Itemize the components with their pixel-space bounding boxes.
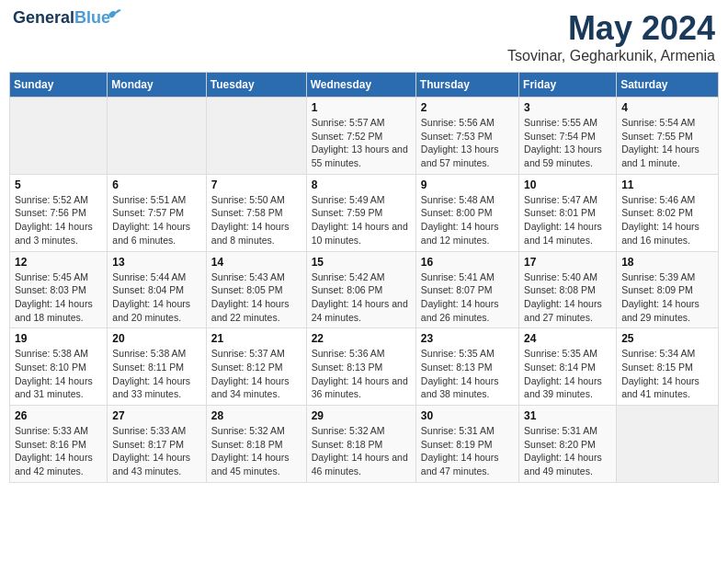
sunrise-label: Sunrise: 5:34 AM	[621, 348, 695, 359]
table-row: 8 Sunrise: 5:49 AM Sunset: 7:59 PM Dayli…	[306, 174, 415, 251]
sunset-label: Sunset: 8:13 PM	[421, 362, 493, 373]
day-info: Sunrise: 5:47 AM Sunset: 8:01 PM Dayligh…	[524, 193, 611, 247]
day-number: 24	[524, 332, 611, 345]
day-info: Sunrise: 5:33 AM Sunset: 8:17 PM Dayligh…	[112, 424, 200, 478]
sunset-label: Sunset: 8:15 PM	[621, 362, 693, 373]
sunset-label: Sunset: 8:17 PM	[112, 439, 184, 450]
day-info: Sunrise: 5:34 AM Sunset: 8:15 PM Dayligh…	[621, 347, 713, 401]
day-number: 20	[112, 332, 200, 345]
day-number: 25	[621, 332, 713, 345]
table-row: 21 Sunrise: 5:37 AM Sunset: 8:12 PM Dayl…	[206, 328, 306, 406]
sunset-label: Sunset: 8:07 PM	[421, 284, 493, 295]
table-row: 9 Sunrise: 5:48 AM Sunset: 8:00 PM Dayli…	[415, 174, 518, 251]
table-row: 27 Sunrise: 5:33 AM Sunset: 8:17 PM Dayl…	[108, 406, 206, 483]
table-row: 26 Sunrise: 5:33 AM Sunset: 8:16 PM Dayl…	[10, 406, 108, 483]
sunrise-label: Sunrise: 5:42 AM	[312, 271, 385, 282]
sunset-label: Sunset: 7:57 PM	[112, 207, 184, 218]
day-info: Sunrise: 5:43 AM Sunset: 8:05 PM Dayligh…	[211, 270, 301, 325]
sunset-label: Sunset: 8:14 PM	[524, 362, 596, 373]
day-number: 6	[112, 178, 200, 191]
daylight-label: Daylight: 14 hours and 29 minutes.	[621, 298, 700, 323]
sunrise-label: Sunrise: 5:33 AM	[112, 425, 186, 436]
sunrise-label: Sunrise: 5:41 AM	[421, 271, 495, 282]
sunrise-label: Sunrise: 5:55 AM	[524, 117, 597, 128]
day-info: Sunrise: 5:56 AM Sunset: 7:53 PM Dayligh…	[421, 116, 514, 170]
sunset-label: Sunset: 7:56 PM	[15, 207, 86, 218]
daylight-label: Daylight: 14 hours and 49 minutes.	[524, 452, 602, 477]
table-row: 31 Sunrise: 5:31 AM Sunset: 8:20 PM Dayl…	[519, 406, 617, 483]
day-number: 4	[621, 101, 713, 114]
sunset-label: Sunset: 7:53 PM	[421, 131, 493, 142]
day-number: 12	[15, 256, 102, 269]
sunset-label: Sunset: 8:11 PM	[112, 362, 184, 373]
daylight-label: Daylight: 14 hours and 42 minutes.	[15, 452, 93, 477]
sunrise-label: Sunrise: 5:35 AM	[421, 348, 495, 359]
sunset-label: Sunset: 8:12 PM	[211, 362, 283, 373]
table-row: 10 Sunrise: 5:47 AM Sunset: 8:01 PM Dayl…	[519, 174, 617, 251]
day-number: 16	[421, 256, 514, 269]
day-number: 7	[211, 178, 301, 191]
day-info: Sunrise: 5:31 AM Sunset: 8:19 PM Dayligh…	[421, 424, 514, 478]
day-info: Sunrise: 5:32 AM Sunset: 8:18 PM Dayligh…	[211, 424, 301, 478]
sunset-label: Sunset: 8:08 PM	[524, 284, 596, 295]
calendar-week-row: 12 Sunrise: 5:45 AM Sunset: 8:03 PM Dayl…	[10, 251, 719, 328]
logo: GeneralBlue	[13, 9, 110, 28]
sunrise-label: Sunrise: 5:31 AM	[421, 425, 495, 436]
sunrise-label: Sunrise: 5:36 AM	[312, 348, 385, 359]
day-info: Sunrise: 5:45 AM Sunset: 8:03 PM Dayligh…	[15, 270, 102, 325]
day-number: 29	[312, 409, 411, 422]
day-number: 8	[312, 178, 411, 191]
day-info: Sunrise: 5:32 AM Sunset: 8:18 PM Dayligh…	[312, 424, 411, 478]
daylight-label: Daylight: 14 hours and 20 minutes.	[112, 298, 190, 323]
table-row: 29 Sunrise: 5:32 AM Sunset: 8:18 PM Dayl…	[306, 406, 415, 483]
day-info: Sunrise: 5:38 AM Sunset: 8:11 PM Dayligh…	[112, 347, 200, 401]
daylight-label: Daylight: 14 hours and 8 minutes.	[211, 221, 290, 246]
day-number: 23	[421, 332, 514, 345]
sunrise-label: Sunrise: 5:46 AM	[621, 194, 695, 205]
day-number: 22	[312, 332, 411, 345]
daylight-label: Daylight: 13 hours and 57 minutes.	[421, 144, 499, 168]
sunrise-label: Sunrise: 5:40 AM	[524, 271, 597, 282]
day-number: 1	[312, 101, 411, 114]
sunrise-label: Sunrise: 5:56 AM	[421, 117, 495, 128]
table-row: 5 Sunrise: 5:52 AM Sunset: 7:56 PM Dayli…	[10, 174, 108, 251]
daylight-label: Daylight: 14 hours and 33 minutes.	[112, 375, 190, 400]
day-number: 19	[15, 332, 102, 345]
day-info: Sunrise: 5:39 AM Sunset: 8:09 PM Dayligh…	[621, 270, 713, 325]
calendar-week-row: 5 Sunrise: 5:52 AM Sunset: 7:56 PM Dayli…	[10, 174, 719, 251]
table-row	[617, 406, 719, 483]
day-info: Sunrise: 5:35 AM Sunset: 8:13 PM Dayligh…	[421, 347, 514, 401]
day-number: 21	[211, 332, 301, 345]
table-row: 16 Sunrise: 5:41 AM Sunset: 8:07 PM Dayl…	[415, 251, 518, 328]
table-row: 12 Sunrise: 5:45 AM Sunset: 8:03 PM Dayl…	[10, 251, 108, 328]
day-info: Sunrise: 5:54 AM Sunset: 7:55 PM Dayligh…	[621, 116, 713, 170]
sunset-label: Sunset: 8:03 PM	[15, 284, 86, 295]
day-info: Sunrise: 5:50 AM Sunset: 7:58 PM Dayligh…	[211, 193, 301, 247]
day-number: 31	[524, 409, 611, 422]
sunrise-label: Sunrise: 5:32 AM	[211, 425, 285, 436]
sunrise-label: Sunrise: 5:48 AM	[421, 194, 495, 205]
table-row	[108, 98, 206, 175]
table-row: 7 Sunrise: 5:50 AM Sunset: 7:58 PM Dayli…	[206, 174, 306, 251]
daylight-label: Daylight: 14 hours and 26 minutes.	[421, 298, 499, 323]
daylight-label: Daylight: 14 hours and 3 minutes.	[15, 221, 93, 246]
day-info: Sunrise: 5:37 AM Sunset: 8:12 PM Dayligh…	[211, 347, 301, 401]
table-row: 14 Sunrise: 5:43 AM Sunset: 8:05 PM Dayl…	[206, 251, 306, 328]
table-row	[10, 98, 108, 175]
sunrise-label: Sunrise: 5:51 AM	[112, 194, 186, 205]
title-area: May 2024 Tsovinar, Gegharkunik, Armenia	[507, 9, 715, 64]
daylight-label: Daylight: 14 hours and 12 minutes.	[421, 221, 499, 246]
header-saturday: Saturday	[617, 73, 719, 98]
sunset-label: Sunset: 8:00 PM	[421, 207, 493, 218]
table-row: 6 Sunrise: 5:51 AM Sunset: 7:57 PM Dayli…	[108, 174, 206, 251]
sunset-label: Sunset: 7:52 PM	[312, 131, 383, 142]
table-row: 30 Sunrise: 5:31 AM Sunset: 8:19 PM Dayl…	[415, 406, 518, 483]
subtitle: Tsovinar, Gegharkunik, Armenia	[507, 48, 715, 64]
daylight-label: Daylight: 14 hours and 27 minutes.	[524, 298, 602, 323]
daylight-label: Daylight: 14 hours and 24 minutes.	[312, 298, 408, 323]
sunrise-label: Sunrise: 5:33 AM	[15, 425, 88, 436]
daylight-label: Daylight: 14 hours and 18 minutes.	[15, 298, 93, 323]
sunset-label: Sunset: 8:20 PM	[524, 439, 596, 450]
sunset-label: Sunset: 8:09 PM	[621, 284, 693, 295]
day-info: Sunrise: 5:55 AM Sunset: 7:54 PM Dayligh…	[524, 116, 611, 170]
